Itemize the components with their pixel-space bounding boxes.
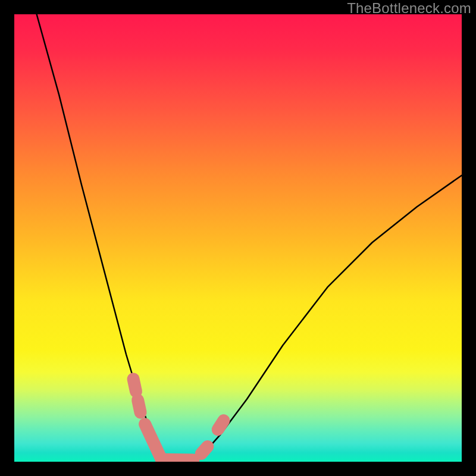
right-marker-upper [218, 421, 224, 430]
watermark-text: TheBottleneck.com [347, 0, 471, 17]
bottleneck-chart [14, 14, 462, 462]
bottleneck-curve [37, 14, 462, 462]
left-marker-upper [133, 379, 136, 392]
valley-floor [161, 459, 193, 460]
highlight-segments [133, 379, 224, 460]
left-marker-lower [138, 400, 141, 412]
right-marker-lower [201, 446, 208, 453]
